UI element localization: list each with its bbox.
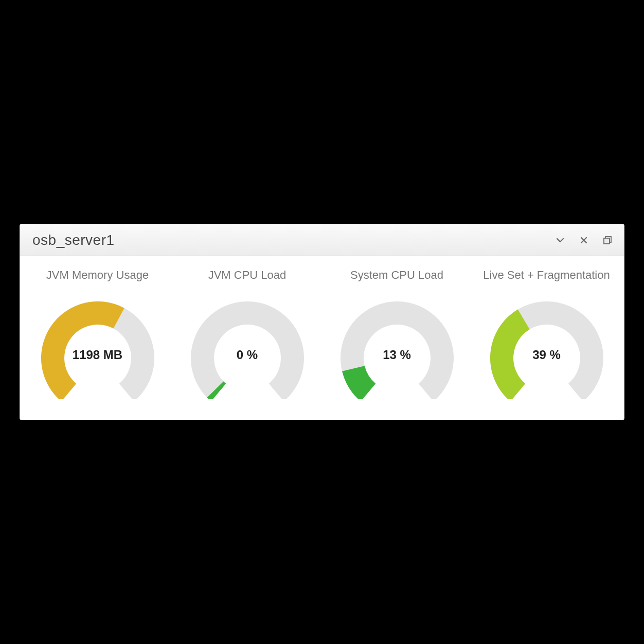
svg-rect-1 (604, 238, 610, 244)
gauge-value: 13 % (330, 348, 464, 362)
maximize-button[interactable] (601, 234, 614, 246)
collapse-button[interactable] (554, 234, 566, 246)
gauge-live-frag: Live Set + Fragmentation39 % (474, 269, 619, 399)
gauge-value: 0 % (181, 348, 314, 362)
gauge-system-cpu: System CPU Load13 % (325, 269, 469, 399)
gauge-title: JVM Memory Usage (46, 269, 149, 282)
chevron-down-icon (555, 235, 565, 245)
gauge-title: Live Set + Fragmentation (483, 269, 610, 282)
gauge-jvm-cpu: JVM CPU Load0 % (175, 269, 319, 399)
gauge-graphic: 39 % (480, 291, 614, 399)
gauge-graphic: 0 % (181, 291, 314, 399)
close-button[interactable] (578, 234, 590, 246)
panel-controls (554, 234, 614, 246)
gauge-graphic: 13 % (330, 291, 464, 399)
gauge-title: System CPU Load (350, 269, 443, 282)
dashboard-panel: osb_server1 JVM Memory Usage1198 MBJVM C… (20, 224, 624, 420)
panel-body: JVM Memory Usage1198 MBJVM CPU Load0 %Sy… (20, 256, 624, 420)
close-icon (579, 236, 588, 245)
panel-header: osb_server1 (20, 224, 624, 256)
panel-title: osb_server1 (32, 232, 115, 248)
gauge-value: 1198 MB (31, 348, 165, 362)
gauge-value: 39 % (480, 348, 614, 362)
maximize-icon (602, 235, 613, 245)
gauge-title: JVM CPU Load (208, 269, 287, 282)
gauge-graphic: 1198 MB (31, 291, 165, 399)
gauge-jvm-memory: JVM Memory Usage1198 MB (25, 269, 170, 399)
